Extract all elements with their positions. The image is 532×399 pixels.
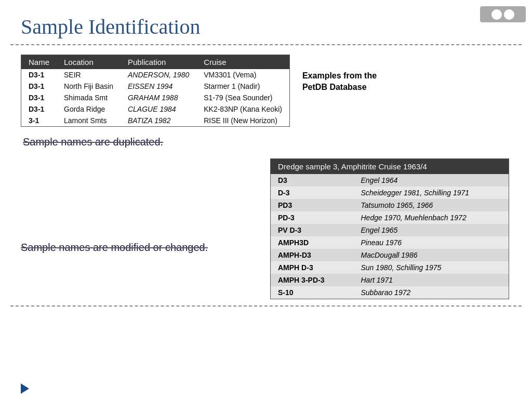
dredge-row: PD3 Tatsumoto 1965, 1966 [271,199,509,211]
dredge-cell-name: PV D-3 [271,224,354,236]
bottom-divider [10,305,522,307]
cell-publication: ANDERSON, 1980 [121,69,196,81]
page-title: Sample Identification [0,0,532,44]
table-row: D3-1 Gorda Ridge CLAGUE 1984 KK2-83NP (K… [21,103,290,115]
col-cruise: Cruise [196,55,289,70]
dredge-table: Dredge sample 3, Amphitrite Cruise 1963/… [270,158,509,299]
col-location: Location [57,55,121,70]
cell-name: D3-1 [21,81,57,92]
examples-label: Examples from the PetDB Database [302,55,377,94]
note-modified: Sample names are modified or changed. [21,242,270,254]
dredge-row: D3 Engel 1964 [271,174,509,187]
dredge-row: S-10 Subbarao 1972 [271,286,509,299]
dredge-cell-name: PD-3 [271,211,354,224]
cell-name: D3-1 [21,103,57,115]
cell-location: Shimada Smt [57,92,121,103]
dredge-cell-pub: Tatsumoto 1965, 1966 [354,199,509,211]
table-row: D3-1 Shimada Smt GRAHAM 1988 S1-79 (Sea … [21,92,290,103]
cc-badge: © BY [480,6,526,22]
cell-publication: GRAHAM 1988 [121,92,196,103]
examples-line2: PetDB Database [302,82,377,93]
dredge-cell-name: PD3 [271,199,354,211]
cell-location: North Fiji Basin [57,81,121,92]
cell-name: D3-1 [21,92,57,103]
dredge-cell-pub: Hart 1971 [354,274,509,286]
dredge-row: D-3 Scheidegger 1981, Schilling 1971 [271,187,509,199]
dredge-row: AMPH-D3 MacDougall 1986 [271,249,509,261]
table-header: Name Location Publication Cruise [21,55,290,70]
dredge-cell-name: S-10 [271,286,354,299]
bottom-left: Sample names are modified or changed. [21,158,270,254]
dredge-header: Dredge sample 3, Amphitrite Cruise 1963/… [271,159,509,175]
by-icon: BY [504,9,514,20]
dredge-cell-pub: Engel 1964 [354,174,509,187]
dredge-cell-name: D3 [271,174,354,187]
bottom-section: Sample names are modified or changed. Dr… [21,158,511,299]
dredge-row: AMPH D-3 Sun 1980, Schilling 1975 [271,261,509,274]
top-section: Name Location Publication Cruise D3-1 SE… [21,55,511,127]
dredge-cell-pub: Hedge 1970, Muehlenbach 1972 [354,211,509,224]
table-row: D3-1 SEIR ANDERSON, 1980 VM3301 (Vema) [21,69,290,81]
cell-location: SEIR [57,69,121,81]
table-row: 3-1 Lamont Smts BATIZA 1982 RISE III (Ne… [21,115,290,127]
dredge-body: D3 Engel 1964 D-3 Scheidegger 1981, Schi… [271,174,509,299]
cell-cruise: S1-79 (Sea Sounder) [196,92,289,103]
dredge-cell-pub: MacDougall 1986 [354,249,509,261]
cell-name: 3-1 [21,115,57,127]
dredge-row: PV D-3 Engel 1965 [271,224,509,236]
dredge-cell-name: AMPH D-3 [271,261,354,274]
dredge-cell-name: AMPH-D3 [271,249,354,261]
examples-line1: Examples from the [302,70,377,82]
cell-location: Gorda Ridge [57,103,121,115]
cell-cruise: Starmer 1 (Nadir) [196,81,289,92]
main-content: Name Location Publication Cruise D3-1 SE… [0,55,532,299]
dredge-row: AMPH 3-PD-3 Hart 1971 [271,274,509,286]
cell-cruise: KK2-83NP (Kana Keoki) [196,103,289,115]
sample-table: Name Location Publication Cruise D3-1 SE… [21,55,290,127]
col-name: Name [21,55,57,70]
table-row: D3-1 North Fiji Basin EISSEN 1994 Starme… [21,81,290,92]
dredge-cell-name: AMPH3D [271,236,354,249]
dredge-cell-name: AMPH 3-PD-3 [271,274,354,286]
dredge-cell-name: D-3 [271,187,354,199]
table-body: D3-1 SEIR ANDERSON, 1980 VM3301 (Vema) D… [21,69,290,127]
cell-publication: EISSEN 1994 [121,81,196,92]
dredge-cell-pub: Scheidegger 1981, Schilling 1971 [354,187,509,199]
cell-publication: CLAGUE 1984 [121,103,196,115]
cc-icon: © [491,9,502,20]
cell-name: D3-1 [21,69,57,81]
cell-location: Lamont Smts [57,115,121,127]
dredge-row: AMPH3D Pineau 1976 [271,236,509,249]
top-divider [10,44,522,45]
nav-arrow[interactable] [21,383,29,394]
note-duplicated: Sample names are duplicated. [21,136,511,148]
dredge-row: PD-3 Hedge 1970, Muehlenbach 1972 [271,211,509,224]
dredge-cell-pub: Sun 1980, Schilling 1975 [354,261,509,274]
cell-cruise: VM3301 (Vema) [196,69,289,81]
cell-publication: BATIZA 1982 [121,115,196,127]
cell-cruise: RISE III (New Horizon) [196,115,289,127]
dredge-cell-pub: Engel 1965 [354,224,509,236]
col-publication: Publication [121,55,196,70]
dredge-cell-pub: Pineau 1976 [354,236,509,249]
dredge-cell-pub: Subbarao 1972 [354,286,509,299]
